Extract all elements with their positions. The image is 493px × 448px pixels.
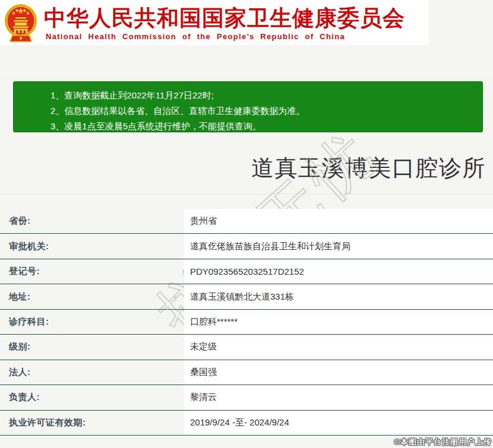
row-label: 登记号: — [0, 259, 184, 284]
row-value: PDY09235652032517D2152 — [184, 259, 493, 284]
row-value: 未定级 — [184, 335, 493, 359]
notice-box: 1、查询数据截止到2022年11月27日22时; 2、信息数据结果以各省、自治区… — [13, 81, 483, 132]
notice-line-1: 1、查询数据截止到2022年11月27日22时; — [50, 88, 476, 103]
table-row-medical-subjects: 诊疗科目: 口腔科****** — [0, 310, 493, 335]
row-label: 执业许可证有效期: — [0, 411, 184, 435]
health-commission-query-page: 中华人民共和国国家卫生健康委员会 National Health Commiss… — [0, 0, 493, 448]
commission-title-en: National Health Commission of the People… — [46, 32, 345, 41]
china-national-emblem-icon — [4, 2, 38, 43]
header-logo-banner: 中华人民共和国国家卫生健康委员会 National Health Commiss… — [0, 0, 429, 45]
commission-title-cn: 中华人民共和国国家卫生健康委员会 — [44, 4, 405, 33]
row-value: 2019/9/24 -至- 2024/9/24 — [184, 411, 493, 435]
table-row-level: 级别: 未定级 — [0, 335, 493, 360]
row-value: 桑国强 — [184, 360, 493, 385]
section-divider — [0, 193, 493, 194]
table-row-legal-person: 法人: 桑国强 — [0, 360, 493, 385]
photo-credit-watermark: ©本图由平台注册用户上传 — [394, 437, 492, 447]
table-row-person-in-charge: 负责人: 黎清云 — [0, 385, 493, 410]
table-row-approval-authority: 审批机关: 道真仡佬族苗族自治县卫生和计划生育局 — [0, 234, 493, 259]
notice-line-3: 3、凌晨1点至凌晨5点系统进行维护，不能提供查询。 — [50, 119, 476, 134]
table-row-registration-number: 登记号: PDY09235652032517D2152 — [0, 259, 493, 284]
license-details-table: 省份: 贵州省 审批机关: 道真仡佬族苗族自治县卫生和计划生育局 登记号: PD… — [0, 209, 493, 436]
row-value: 口腔科****** — [184, 310, 493, 334]
row-label: 负责人: — [0, 385, 184, 409]
row-value: 黎清云 — [184, 385, 493, 409]
row-label: 级别: — [0, 335, 184, 359]
row-label: 地址: — [0, 284, 184, 309]
row-value: 道真仡佬族苗族自治县卫生和计划生育局 — [184, 234, 493, 258]
row-value: 贵州省 — [184, 209, 493, 233]
table-row-address: 地址: 道真玉溪镇黔北大道331栋 — [0, 284, 493, 309]
table-row-province: 省份: 贵州省 — [0, 209, 493, 234]
header-divider — [0, 72, 493, 73]
org-name-title: 道真玉溪博美口腔诊所 — [251, 153, 486, 183]
row-label: 省份: — [0, 209, 184, 233]
table-row-license-validity: 执业许可证有效期: 2019/9/24 -至- 2024/9/24 — [0, 411, 493, 436]
row-label: 诊疗科目: — [0, 310, 184, 334]
row-label: 审批机关: — [0, 234, 184, 258]
row-label: 法人: — [0, 360, 184, 385]
notice-line-2: 2、信息数据结果以各省、自治区、直辖市卫生健康委数据为准。 — [50, 103, 476, 119]
row-value: 道真玉溪镇黔北大道331栋 — [184, 284, 493, 309]
